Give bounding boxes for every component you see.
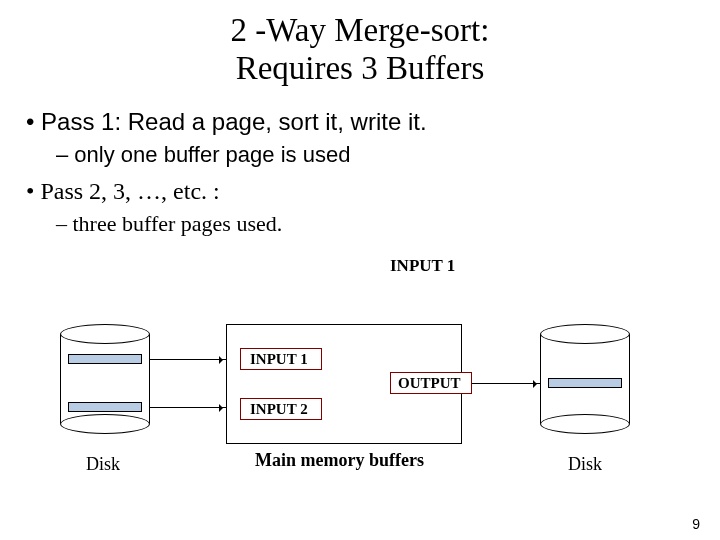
diagram: Disk Main memory buffers INPUT 1 INPUT 2… [60, 324, 660, 504]
disk-left-top [60, 324, 150, 344]
disk-left-page-2 [68, 402, 142, 412]
slide-title: 2 -Way Merge-sort: Requires 3 Buffers [0, 0, 720, 88]
disk-right-caption: Disk [568, 454, 602, 475]
buffer-output-label: OUTPUT [398, 375, 461, 392]
arrow-in-1 [150, 359, 226, 360]
title-line-2: Requires 3 Buffers [236, 50, 485, 86]
disk-right-top [540, 324, 630, 344]
buffer-input1-label: INPUT 1 [250, 351, 308, 368]
bullet-pass1-sub-text: only one buffer page is used [74, 142, 350, 167]
slide: 2 -Way Merge-sort: Requires 3 Buffers Pa… [0, 0, 720, 540]
arrow-in-2 [150, 407, 226, 408]
bullet-pass1: Pass 1: Read a page, sort it, write it. [26, 108, 720, 136]
bullet-list: Pass 1: Read a page, sort it, write it. … [0, 88, 720, 237]
arrow-out [472, 383, 540, 384]
disk-right-page [548, 378, 622, 388]
bullet-pass2: Pass 2, 3, …, etc. : [26, 178, 720, 205]
disk-left-caption: Disk [86, 454, 120, 475]
disk-left-page-1 [68, 354, 142, 364]
main-memory-caption: Main memory buffers [255, 450, 424, 471]
bullet-pass2-sub: three buffer pages used. [56, 211, 720, 237]
disk-left-bottom [60, 414, 150, 434]
page-number: 9 [692, 516, 700, 532]
disk-left [60, 324, 150, 434]
disk-right [540, 324, 630, 434]
disk-right-bottom [540, 414, 630, 434]
buffer-input2-label: INPUT 2 [250, 401, 308, 418]
bullet-pass1-text: Pass 1: Read a page, sort it, write it. [41, 108, 427, 135]
bullet-pass1-sub: only one buffer page is used [56, 142, 720, 168]
bullet-pass2-sub-text: three buffer pages used. [73, 211, 283, 236]
title-line-1: 2 -Way Merge-sort: [231, 12, 490, 48]
bullet-pass2-text: Pass 2, 3, …, etc. : [40, 178, 219, 204]
label-floating-input1: INPUT 1 [390, 256, 455, 276]
